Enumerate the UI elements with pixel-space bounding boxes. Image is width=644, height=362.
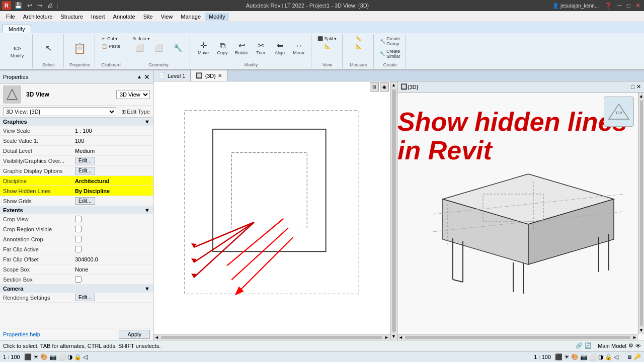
props-close-btn[interactable]: ✕ bbox=[144, 73, 150, 81]
ribbon-btn-create-similar[interactable]: 🔧CreateSimilar bbox=[378, 48, 403, 60]
3d-scroll-left[interactable]: ◄ bbox=[397, 335, 404, 340]
props-view-selector[interactable]: 3D View: {3D} bbox=[3, 107, 116, 116]
menu-view[interactable]: View bbox=[157, 13, 177, 21]
ribbon-btn-cut[interactable]: ✂Cut ▾ bbox=[100, 35, 120, 42]
view-control-btn1[interactable]: ⊞ bbox=[370, 82, 379, 92]
props-scroll-up[interactable]: ▲ bbox=[137, 74, 142, 79]
3d-scroll-right[interactable]: ► bbox=[631, 335, 638, 340]
undo-btn[interactable]: ↩ bbox=[26, 2, 34, 9]
menu-file[interactable]: File bbox=[2, 13, 19, 21]
ribbon-btn-join[interactable]: ⊕Join ▾ bbox=[130, 35, 152, 42]
view-settings-icon[interactable]: 👁 bbox=[635, 343, 641, 349]
plan-view[interactable]: ▲ ▼ ⊞ ◉ bbox=[153, 81, 397, 340]
show-hidden-value[interactable]: By Discipline bbox=[73, 188, 153, 194]
plan-region-btn[interactable]: ⬛ bbox=[24, 353, 32, 360]
3d-scroll-down[interactable]: ▼ bbox=[638, 327, 644, 334]
scope-box-value[interactable]: None bbox=[73, 266, 153, 273]
detail-level-value[interactable]: Medium bbox=[73, 148, 153, 154]
far-clip-offset-value[interactable]: 304800.0 bbox=[73, 256, 153, 262]
far-clip-active-checkbox[interactable] bbox=[75, 246, 82, 252]
graphic-display-btn[interactable]: Edit... bbox=[73, 167, 153, 174]
crop-region-checkbox[interactable] bbox=[75, 226, 82, 232]
scale-value[interactable]: 100 bbox=[73, 138, 153, 144]
ribbon-btn-paste[interactable]: 📋Paste bbox=[100, 43, 122, 50]
discipline-value[interactable]: Architectural bbox=[73, 178, 153, 184]
show-grids-btn[interactable]: Edit... bbox=[73, 197, 153, 205]
plan-render-btn[interactable]: 🎨 bbox=[40, 353, 48, 360]
plan-h-scrollbar[interactable]: ◄ ► bbox=[153, 334, 390, 340]
ribbon-btn-split[interactable]: ⬛Split ▾ bbox=[315, 35, 339, 42]
ribbon-btn-geo3[interactable]: 🔧 bbox=[169, 43, 187, 53]
3d-section-btn[interactable]: 📷 bbox=[580, 353, 588, 360]
graphics-section-toggle[interactable]: ▼ bbox=[144, 119, 150, 125]
menu-structure[interactable]: Structure bbox=[56, 13, 87, 21]
ribbon-btn-properties[interactable]: 📋 bbox=[71, 41, 89, 55]
menu-manage[interactable]: Manage bbox=[177, 13, 205, 21]
tab-3d-close[interactable]: ✕ bbox=[218, 73, 222, 78]
props-help-link[interactable]: Properties help bbox=[3, 331, 40, 337]
settings-icon[interactable]: ⚙ bbox=[628, 342, 633, 349]
menu-site[interactable]: Site bbox=[139, 13, 157, 21]
ribbon-btn-geo2[interactable]: ⬜ bbox=[149, 43, 168, 53]
ribbon-btn-geo1[interactable]: ⬜ bbox=[130, 43, 148, 53]
vis-edit-btn[interactable]: Edit... bbox=[75, 157, 95, 164]
plan-v-scrollbar[interactable]: ▲ ▼ bbox=[390, 81, 397, 340]
crop-view-checkbox[interactable] bbox=[75, 216, 82, 222]
plan-thin-btn[interactable]: ⬜ bbox=[58, 353, 66, 360]
3d-h-scrollbar[interactable]: ◄ ► bbox=[397, 334, 638, 340]
3d-v-scrollbar[interactable]: ▲ ▼ bbox=[638, 93, 644, 334]
tab-3d[interactable]: 🔲 {3D} ✕ bbox=[191, 70, 227, 81]
3d-restore-btn[interactable]: □ bbox=[631, 84, 634, 90]
view-3d-content[interactable]: Show hidden lines in Revit bbox=[397, 93, 644, 340]
menu-insert[interactable]: Insert bbox=[87, 13, 109, 21]
sync-icon[interactable]: 🔄 bbox=[585, 342, 592, 349]
3d-close-btn[interactable]: ✕ bbox=[636, 83, 641, 90]
redo-btn[interactable]: ↪ bbox=[36, 2, 44, 9]
3d-render-btn[interactable]: 🎨 bbox=[571, 353, 579, 360]
plan-arrow-btn[interactable]: ◁ bbox=[83, 353, 88, 360]
ribbon-btn-measure1[interactable]: 📏 bbox=[350, 35, 368, 42]
3d-lock-btn[interactable]: 🔒 bbox=[605, 353, 612, 360]
3d-region-btn[interactable]: ⬛ bbox=[555, 353, 562, 360]
scroll-up-btn[interactable]: ▲ bbox=[390, 81, 397, 88]
menu-annotate[interactable]: Annotate bbox=[109, 13, 139, 21]
3d-shadow-btn[interactable]: ◑ bbox=[598, 353, 603, 360]
tab-modify[interactable]: Modify bbox=[2, 25, 31, 33]
menu-architecture[interactable]: Architecture bbox=[19, 13, 57, 21]
annotation-crop-checkbox[interactable] bbox=[75, 236, 82, 242]
view-scale-value[interactable]: 1 : 100 bbox=[73, 128, 153, 134]
scroll-left-btn[interactable]: ◄ bbox=[153, 335, 160, 340]
ribbon-btn-view2[interactable]: 📐 bbox=[318, 43, 336, 50]
ribbon-btn-measure2[interactable]: 📐 bbox=[350, 43, 368, 50]
worksharing-icon[interactable]: 🔗 bbox=[576, 342, 583, 349]
props-type-selector[interactable]: 3D View bbox=[116, 90, 150, 99]
view-control-btn2[interactable]: ◉ bbox=[380, 82, 389, 92]
3d-sun-btn[interactable]: ☀ bbox=[564, 353, 570, 360]
maximize-btn[interactable]: □ bbox=[625, 2, 632, 9]
ribbon-btn-rotate[interactable]: ↩ Rotate bbox=[232, 40, 251, 56]
props-apply-btn[interactable]: Apply bbox=[119, 330, 150, 339]
help-btn[interactable]: ❓ bbox=[605, 3, 612, 9]
visibility-graphics-btn[interactable]: Edit... bbox=[73, 157, 153, 164]
grids-edit-btn[interactable]: Edit... bbox=[75, 197, 95, 205]
ribbon-btn-trim[interactable]: ✂ Trim bbox=[252, 40, 270, 56]
minimize-btn[interactable]: ─ bbox=[616, 2, 623, 9]
ribbon-btn-move[interactable]: ✛ Move bbox=[194, 40, 212, 56]
3d-scroll-up[interactable]: ▲ bbox=[638, 93, 644, 100]
plan-lock-btn[interactable]: 🔒 bbox=[74, 353, 82, 360]
plan-sun-btn[interactable]: ☀ bbox=[33, 353, 39, 360]
3d-thin-btn[interactable]: ⬜ bbox=[589, 353, 597, 360]
tab-level1[interactable]: 📄 Level 1 bbox=[153, 70, 191, 81]
ribbon-btn-select[interactable]: ↖ bbox=[40, 42, 58, 54]
rendering-edit-btn[interactable]: Edit... bbox=[75, 294, 95, 301]
plan-section-btn[interactable]: 📷 bbox=[49, 353, 57, 360]
props-edit-type[interactable]: ⊞ Edit Type bbox=[121, 109, 150, 115]
section-box-checkbox[interactable] bbox=[75, 276, 82, 283]
menu-modify[interactable]: Modify bbox=[205, 13, 229, 21]
ribbon-btn-create-group[interactable]: 🔧CreateGroup bbox=[378, 35, 402, 47]
ribbon-btn-align[interactable]: ⬅ Align bbox=[271, 40, 289, 56]
scroll-down-btn[interactable]: ▼ bbox=[390, 333, 397, 340]
nav-cube[interactable]: TOP bbox=[604, 97, 634, 127]
rendering-btn[interactable]: Edit... bbox=[73, 294, 153, 301]
ribbon-btn-copy[interactable]: ⧉ Copy bbox=[213, 40, 231, 56]
